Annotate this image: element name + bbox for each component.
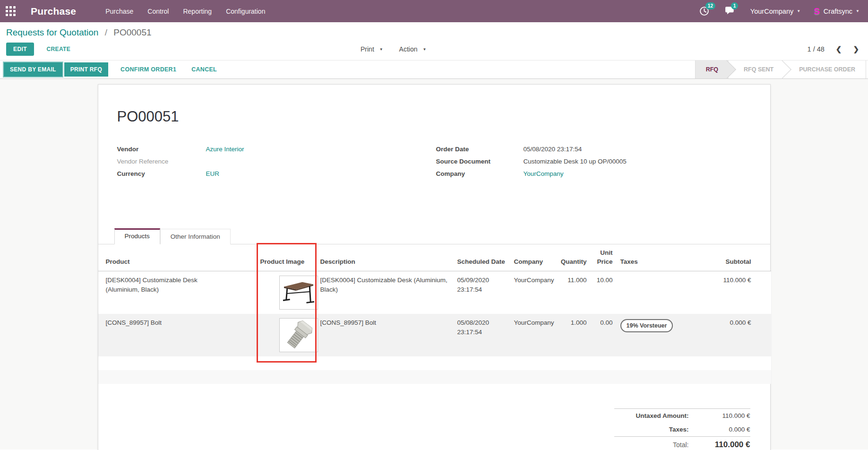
- menu-reporting[interactable]: Reporting: [183, 6, 212, 17]
- status-step-label: PURCHASE ORDER: [799, 66, 855, 73]
- cell-taxes: 19% Vorsteuer: [617, 314, 709, 356]
- content-area: PO00051 Vendor Azure Interior Vendor Ref…: [0, 79, 868, 450]
- col-product-image: Product Image: [257, 244, 317, 271]
- status-step-rfq[interactable]: RFQ: [696, 61, 729, 78]
- field-vendor-reference: Vendor Reference: [117, 157, 436, 166]
- send-by-email-button[interactable]: SEND BY EMAIL: [4, 62, 62, 77]
- confirm-order-button[interactable]: CONFIRM ORDER1: [118, 66, 179, 73]
- bolt-product-image: [281, 320, 316, 350]
- pager-previous-button[interactable]: ❮: [836, 45, 842, 53]
- cell-unit-price: 10.00: [591, 271, 617, 314]
- cell-quantity: 1.000: [555, 314, 591, 356]
- company-name: YourCompany: [750, 8, 793, 15]
- taxes-row: Taxes: 0.000 €: [614, 423, 750, 436]
- table-header-row: Product Product Image Description Schedu…: [98, 244, 771, 271]
- top-menu: Purchase Control Reporting Configuration: [105, 6, 265, 17]
- order-line-row[interactable]: [CONS_89957] Bolt: [98, 314, 771, 356]
- apps-menu-button[interactable]: [6, 6, 31, 16]
- untaxed-amount-row: Untaxed Amount: 110.000 €: [614, 408, 750, 423]
- create-button[interactable]: CREATE: [43, 45, 73, 53]
- cell-company: YourCompany: [510, 271, 555, 314]
- cell-scheduled-date: 05/09/2020 23:17:54: [454, 271, 510, 314]
- untaxed-amount-value: 110.000 €: [697, 412, 750, 419]
- status-step-rfq-sent[interactable]: RFQ SENT: [729, 61, 784, 78]
- caret-down-icon: ▼: [422, 47, 426, 52]
- message-count-badge: 1: [731, 2, 739, 9]
- tab-products[interactable]: Products: [114, 228, 160, 244]
- caret-down-icon: ▼: [797, 9, 800, 13]
- field-label: Company: [436, 170, 524, 178]
- total-value: 110.000 €: [697, 440, 750, 450]
- form-buttons: EDIT CREATE: [6, 43, 73, 56]
- breadcrumb-separator: /: [105, 27, 107, 37]
- field-label: Source Document: [436, 157, 524, 166]
- status-step-label: RFQ: [706, 66, 718, 73]
- col-company: Company: [510, 244, 555, 271]
- company-switcher[interactable]: YourCompany ▼: [750, 8, 800, 15]
- field-order-date: Order Date 05/08/2020 23:17:54: [436, 145, 751, 154]
- cell-product: [DESK0004] Customizable Desk (Aluminium,…: [98, 271, 257, 314]
- empty-row: [98, 370, 771, 384]
- caret-down-icon: ▼: [856, 9, 859, 13]
- notebook-tabs: Products Other Information: [98, 228, 770, 244]
- currency-link[interactable]: EUR: [206, 170, 220, 178]
- col-quantity: Quantity: [555, 244, 591, 271]
- field-label: Vendor: [117, 145, 206, 154]
- top-navbar: Purchase Purchase Control Reporting Conf…: [0, 0, 868, 22]
- user-name: Craftsync: [824, 8, 852, 15]
- activity-count-badge: 12: [705, 2, 715, 9]
- field-company: Company YourCompany: [436, 170, 751, 178]
- action-menus: Print ▼ Action ▼: [361, 45, 426, 53]
- user-menu[interactable]: S Craftsync ▼: [814, 6, 859, 17]
- col-product: Product: [98, 244, 257, 271]
- menu-purchase[interactable]: Purchase: [105, 6, 133, 17]
- action-menu[interactable]: Action ▼: [399, 45, 427, 53]
- pager-next-button[interactable]: ❯: [853, 45, 859, 53]
- cell-unit-price: 0.00: [591, 314, 617, 356]
- cell-subtotal: 110.000 €: [709, 271, 771, 314]
- menu-configuration[interactable]: Configuration: [226, 6, 265, 17]
- col-description: Description: [317, 244, 454, 271]
- print-rfq-button[interactable]: PRINT RFQ: [64, 62, 108, 77]
- app-brand[interactable]: Purchase: [31, 6, 76, 17]
- pager-count[interactable]: 1 / 48: [808, 45, 825, 53]
- untaxed-amount-label: Untaxed Amount:: [636, 412, 689, 419]
- company-link[interactable]: YourCompany: [524, 170, 564, 178]
- print-menu-label: Print: [361, 45, 374, 53]
- breadcrumb-current: PO00051: [113, 27, 151, 37]
- messages-menu-button[interactable]: 1: [725, 6, 737, 17]
- col-unit-price: Unit Price: [591, 244, 617, 271]
- print-menu[interactable]: Print ▼: [361, 45, 383, 53]
- status-step-purchase-order[interactable]: PURCHASE ORDER: [784, 61, 866, 78]
- statusbar: SEND BY EMAIL PRINT RFQ CONFIRM ORDER1 C…: [0, 60, 868, 79]
- status-step-label: RFQ SENT: [744, 66, 773, 73]
- total-row: Total: 110.000 €: [614, 436, 750, 450]
- taxes-value: 0.000 €: [697, 426, 750, 433]
- menu-control[interactable]: Control: [147, 6, 169, 17]
- activity-menu-button[interactable]: 12: [699, 6, 712, 17]
- form-sheet: PO00051 Vendor Azure Interior Vendor Ref…: [98, 84, 771, 450]
- col-taxes: Taxes: [617, 244, 709, 271]
- document-title: PO00051: [117, 108, 751, 125]
- action-menu-label: Action: [399, 45, 418, 53]
- field-label: Currency: [117, 170, 206, 178]
- cell-scheduled-date: 05/08/2020 23:17:54: [454, 314, 510, 356]
- product-thumbnail: [279, 318, 318, 352]
- status-pipeline: RFQ RFQ SENT PURCHASE ORDER: [695, 61, 866, 78]
- total-label: Total:: [673, 441, 688, 449]
- taxes-label: Taxes:: [669, 426, 689, 433]
- tab-other-information[interactable]: Other Information: [160, 229, 231, 244]
- breadcrumb-parent-link[interactable]: Requests for Quotation: [6, 27, 98, 37]
- order-line-row[interactable]: [DESK0004] Customizable Desk (Aluminium,…: [98, 271, 771, 314]
- vendor-link[interactable]: Azure Interior: [206, 145, 244, 154]
- product-thumbnail: [279, 276, 318, 310]
- breadcrumb: Requests for Quotation / PO00051: [6, 27, 862, 38]
- cell-company: YourCompany: [510, 314, 555, 356]
- order-lines-table: Product Product Image Description Schedu…: [98, 244, 771, 384]
- cancel-button[interactable]: CANCEL: [189, 66, 220, 73]
- edit-button[interactable]: EDIT: [6, 43, 34, 56]
- totals-block: Untaxed Amount: 110.000 € Taxes: 0.000 €…: [614, 408, 750, 450]
- field-currency: Currency EUR: [117, 170, 436, 178]
- cell-product: [CONS_89957] Bolt: [98, 314, 257, 356]
- navbar-systray: 12 1 YourCompany ▼ S Craftsync ▼: [699, 6, 859, 17]
